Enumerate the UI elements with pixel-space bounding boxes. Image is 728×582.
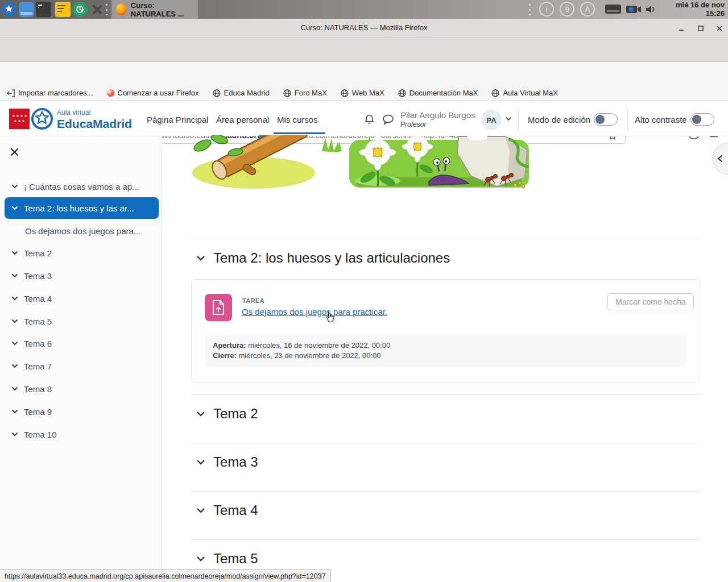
bookmarks-bar: Importar marcadores... Comenzar a usar F… — [0, 85, 728, 101]
chevron-down-icon[interactable] — [11, 409, 18, 414]
close-date: Cierre: miércoles, 23 de noviembre de 20… — [213, 351, 381, 360]
taskbar-window-button[interactable]: Curso: NATURALES ... — [111, 0, 198, 19]
activity-dates-box: Apertura: miércoles, 16 de noviembre de … — [205, 335, 686, 367]
close-app-icon[interactable] — [89, 2, 105, 17]
chevron-down-icon[interactable] — [11, 364, 18, 368]
section-title[interactable]: Tema 2: los huesos y las articulaciones — [213, 250, 450, 266]
chevron-down-icon[interactable] — [11, 341, 18, 346]
bookmark-web-max[interactable]: Web MaX — [341, 89, 384, 97]
sidebar-item-tema-10[interactable]: Tema 10 — [0, 427, 162, 442]
comunidad-madrid-flag — [9, 109, 30, 129]
section-title[interactable]: Tema 4 — [213, 502, 258, 518]
tab-bar: María Dolores G. (Vídeos Aulas Virtuales… — [0, 38, 728, 61]
bookmark-aula-virtual-max[interactable]: Aula Virtual MaX — [491, 89, 558, 97]
chevron-down-icon[interactable] — [11, 319, 18, 323]
chevron-down-icon[interactable] — [11, 296, 18, 301]
tray-status-9[interactable]: 9 — [560, 2, 574, 16]
bookmark-documentacion-max[interactable]: Documentación MaX — [398, 89, 478, 97]
notifications-bell-icon[interactable] — [364, 114, 375, 125]
tray-status-a[interactable]: A — [580, 2, 595, 16]
activity-link[interactable]: Os dejamos dos juegos para practicar. — [242, 307, 387, 317]
bookmark-foro-max[interactable]: Foro MaX — [283, 89, 327, 97]
keyboard-indicator-icon[interactable] — [605, 5, 621, 14]
tray-status-i[interactable]: i — [539, 2, 554, 16]
webcam-indicator-icon[interactable] — [626, 5, 642, 14]
site-logo[interactable]: Aula virtual EducaMadrid — [57, 109, 132, 130]
bookmark-educa-madrid[interactable]: Educa Madrid — [213, 89, 270, 97]
collapse-chevron-icon[interactable] — [196, 411, 205, 417]
taskbar-window-label: Curso: NATURALES ... — [131, 1, 198, 18]
divider — [191, 443, 701, 443]
section-title[interactable]: Tema 2 — [213, 406, 258, 422]
divider — [191, 491, 701, 492]
firefox-mini-icon — [107, 89, 114, 97]
chevron-down-icon[interactable] — [11, 432, 18, 436]
open-block-drawer-button[interactable] — [712, 143, 728, 174]
window-titlebar[interactable]: Curso: NATURALES — Mozilla Firefox — [0, 19, 728, 38]
sidebar-item-tema-3[interactable]: Tema 3 — [0, 268, 162, 283]
chevron-down-icon[interactable] — [11, 386, 18, 391]
section-title[interactable]: Tema 3 — [213, 454, 258, 470]
sidebar-item-os-dejamos[interactable]: Os dejamos dos juegos para... — [0, 223, 162, 238]
sidebar-item-tema2-active[interactable]: Tema 2: los huesos y las ar... — [5, 197, 159, 219]
globe-icon — [341, 89, 349, 97]
bookmark-firefox-start[interactable]: Comenzar a usar Firefox — [107, 89, 199, 97]
volume-icon[interactable] — [645, 4, 656, 15]
system-top-bar: Curso: NATURALES ... i 9 A mié 16 de nov… — [0, 0, 728, 19]
messages-chat-icon[interactable] — [382, 114, 394, 125]
maximize-icon[interactable] — [696, 23, 706, 34]
activity-type-label: TAREA — [242, 297, 264, 304]
high-contrast-toggle[interactable] — [690, 113, 714, 126]
collapse-chevron-icon[interactable] — [196, 255, 205, 261]
sidebar-item-tema-4[interactable]: Tema 4 — [0, 291, 162, 306]
edit-mode-label: Modo de edición — [528, 115, 590, 124]
divider — [191, 539, 701, 540]
nav-mis-cursos[interactable]: Mis cursos — [277, 115, 318, 124]
collapse-chevron-icon[interactable] — [196, 459, 205, 465]
divider — [191, 394, 701, 395]
clock[interactable]: mié 16 de nov 15:26 — [656, 1, 725, 18]
user-role: Profesor — [400, 120, 426, 128]
minimize-icon[interactable] — [677, 23, 687, 34]
sidebar-item-cuantas-cosas[interactable]: ¡ Cuántas cosas vamos a ap... — [0, 179, 162, 194]
chevron-down-icon[interactable] — [11, 251, 18, 255]
chevron-down-icon[interactable] — [11, 184, 18, 189]
terminal-icon[interactable] — [36, 2, 51, 17]
educamadrid-emblem-icon — [31, 107, 53, 130]
firefox-icon — [116, 3, 126, 15]
user-menu-chevron-icon[interactable] — [505, 117, 512, 121]
educamadrid-launcher-icon[interactable] — [1, 2, 16, 17]
sidebar-item-tema-6[interactable]: Tema 6 — [0, 336, 162, 351]
close-drawer-icon[interactable] — [10, 148, 19, 156]
course-illustration — [190, 135, 531, 192]
section-heading-tema-4: Tema 4 — [196, 502, 258, 518]
screenshot-tool-icon[interactable] — [72, 2, 88, 17]
avatar[interactable]: PA — [481, 110, 502, 130]
edit-mode-toggle[interactable] — [594, 113, 618, 126]
mark-as-done-button[interactable]: Marcar como hecha — [607, 293, 694, 310]
chevron-down-icon[interactable] — [11, 206, 18, 210]
collapse-chevron-icon[interactable] — [196, 508, 205, 514]
bookmark-import[interactable]: Importar marcadores... — [7, 89, 93, 97]
chevron-left-icon — [717, 155, 723, 163]
nav-pagina-principal[interactable]: Página Principal — [147, 115, 208, 124]
notes-icon[interactable] — [55, 2, 71, 17]
open-date: Apertura: miércoles, 16 de noviembre de … — [213, 341, 390, 350]
close-window-icon[interactable] — [714, 23, 725, 34]
section-heading-tema-2: Tema 2 — [196, 406, 258, 422]
sidebar-item-tema-5[interactable]: Tema 5 — [0, 314, 162, 329]
sidebar-item-tema-9[interactable]: Tema 9 — [0, 404, 162, 419]
chevron-down-icon[interactable] — [11, 273, 18, 278]
nav-area-personal[interactable]: Área personal — [216, 115, 269, 124]
user-name[interactable]: Pilar Angulo Burgos — [400, 110, 475, 120]
section-title[interactable]: Tema 5 — [213, 551, 258, 567]
section-heading-tema2-expanded: Tema 2: los huesos y las articulaciones — [196, 250, 450, 266]
tray-grip-icon — [529, 4, 531, 15]
collapse-chevron-icon[interactable] — [196, 556, 205, 562]
clock-time: 15:26 — [656, 9, 725, 18]
sidebar-item-tema-8[interactable]: Tema 8 — [0, 381, 162, 396]
sidebar-item-tema-7[interactable]: Tema 7 — [0, 359, 162, 373]
window-app-icon[interactable] — [19, 2, 34, 17]
sidebar-item-tema-2[interactable]: Tema 2 — [0, 246, 162, 260]
globe-icon — [491, 89, 499, 97]
